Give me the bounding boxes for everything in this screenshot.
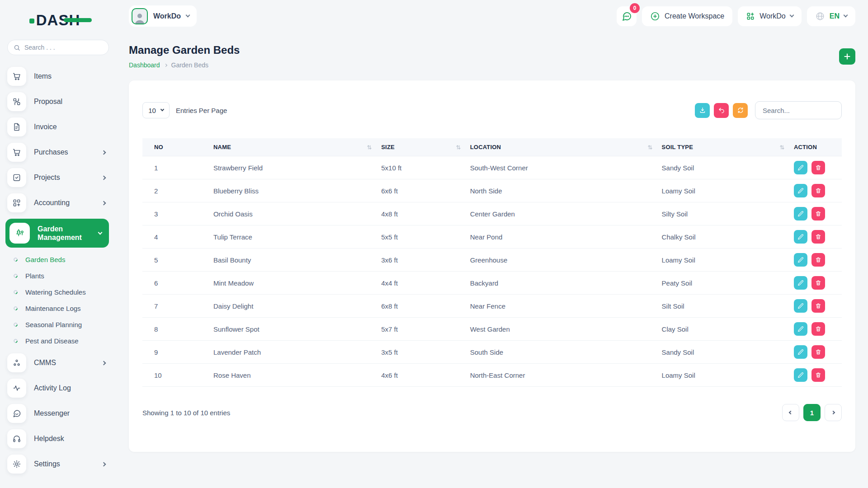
delete-button[interactable]: [811, 207, 825, 221]
refresh-button[interactable]: [733, 103, 748, 118]
sidebar-subitem-pest-and-disease[interactable]: Pest and Disease: [14, 337, 109, 345]
edit-button[interactable]: [794, 276, 807, 290]
sort-icon[interactable]: [647, 145, 653, 150]
sidebar-subitem-garden-beds[interactable]: Garden Beds: [14, 256, 109, 263]
sidebar-subitem-plants[interactable]: Plants: [14, 272, 109, 280]
entries-per-page-select[interactable]: 10: [142, 102, 170, 118]
delete-button[interactable]: [811, 253, 825, 267]
cell-size: 5x10 ft: [377, 156, 465, 179]
trash-icon: [815, 280, 821, 286]
chevron-right-icon: [102, 150, 106, 155]
sidebar-item-messenger[interactable]: Messenger: [7, 404, 109, 423]
edit-button[interactable]: [794, 322, 807, 336]
sidebar-item-proposal[interactable]: Proposal: [7, 92, 109, 111]
sidebar-search[interactable]: [7, 40, 109, 55]
breadcrumb-dashboard-link[interactable]: Dashboard: [129, 61, 160, 69]
cell-location: Center Garden: [466, 202, 657, 225]
workspace-switcher-label: WorkDo: [760, 12, 786, 20]
pencil-icon: [797, 234, 804, 240]
chevron-right-icon: [102, 175, 106, 180]
table-row: 5 Basil Bounty 3x6 ft Greenhouse Loamy S…: [142, 249, 842, 272]
table-search-input[interactable]: [755, 101, 842, 119]
table-row: 9 Lavender Patch 3x5 ft South Side Sandy…: [142, 341, 842, 364]
column-header-no[interactable]: NO: [142, 138, 209, 156]
edit-button[interactable]: [794, 184, 807, 197]
sidebar-item-label: Activity Log: [34, 384, 71, 392]
delete-button[interactable]: [811, 345, 825, 359]
delete-button[interactable]: [811, 230, 825, 244]
cell-no: 2: [142, 179, 209, 202]
sidebar-item-cmms[interactable]: CMMS: [7, 353, 109, 372]
chevron-down-icon: [789, 13, 794, 18]
cell-name: Strawberry Field: [209, 156, 377, 179]
bullet-icon: [13, 257, 19, 263]
column-header-name[interactable]: NAME: [209, 138, 377, 156]
sidebar-search-input[interactable]: [24, 44, 103, 51]
language-selector[interactable]: EN: [807, 6, 855, 26]
edit-button[interactable]: [794, 368, 807, 382]
edit-button[interactable]: [794, 230, 807, 244]
cell-name: Daisy Delight: [209, 295, 377, 318]
sidebar-nav: Items Proposal Invoice Purchases Project…: [7, 67, 109, 474]
table-footer: Showing 1 to 10 of 10 entries 1: [142, 404, 842, 421]
sidebar-subitem-seasonal-planning[interactable]: Seasonal Planning: [14, 321, 109, 328]
cell-size: 5x7 ft: [377, 318, 465, 341]
delete-button[interactable]: [811, 184, 825, 197]
sidebar-subitem-watering-schedules[interactable]: Watering Schedules: [14, 288, 109, 296]
reset-button[interactable]: [714, 103, 729, 118]
column-header-location[interactable]: LOCATION: [466, 138, 657, 156]
edit-button[interactable]: [794, 299, 807, 313]
edit-button[interactable]: [794, 345, 807, 359]
cell-name: Mint Meadow: [209, 272, 377, 295]
sidebar-subitem-label: Plants: [25, 272, 44, 280]
sort-icon[interactable]: [367, 145, 372, 150]
delete-button[interactable]: [811, 276, 825, 290]
column-header-size[interactable]: SIZE: [377, 138, 465, 156]
cell-soil-type: Silt Soil: [657, 295, 789, 318]
sidebar-subitem-maintenance-logs[interactable]: Maintenance Logs: [14, 305, 109, 312]
workspace-selector[interactable]: WorkDo: [129, 5, 197, 27]
sidebar-item-items[interactable]: Items: [7, 67, 109, 86]
delete-button[interactable]: [811, 322, 825, 336]
cell-name: Sunflower Spot: [209, 318, 377, 341]
sidebar-item-settings[interactable]: Settings: [7, 455, 109, 474]
chevron-right-icon: [164, 63, 167, 66]
sidebar-item-activity-log[interactable]: Activity Log: [7, 379, 109, 398]
pagination-page-1-button[interactable]: 1: [803, 404, 821, 421]
sidebar-item-projects[interactable]: Projects: [7, 168, 109, 187]
cell-size: 5x5 ft: [377, 225, 465, 249]
sidebar-item-garden-management[interactable]: Garden Management: [5, 219, 109, 248]
sort-icon[interactable]: [779, 145, 785, 150]
cell-soil-type: Loamy Soil: [657, 364, 789, 387]
create-workspace-button[interactable]: Create Workspace: [642, 6, 732, 26]
messages-button[interactable]: 0: [617, 6, 637, 26]
delete-button[interactable]: [811, 368, 825, 382]
add-garden-bed-button[interactable]: [839, 48, 855, 65]
edit-button[interactable]: [794, 253, 807, 267]
chevron-down-icon: [844, 13, 848, 18]
delete-button[interactable]: [811, 299, 825, 313]
tree-icon: [9, 223, 30, 244]
headset-icon: [7, 429, 26, 448]
workspace-switcher[interactable]: WorkDo: [738, 6, 802, 26]
sidebar-item-invoice[interactable]: Invoice: [7, 117, 109, 136]
globe-icon: [815, 11, 825, 21]
breadcrumb-current: Garden Beds: [171, 61, 209, 69]
cell-soil-type: Clay Soil: [657, 318, 789, 341]
edit-button[interactable]: [794, 161, 807, 174]
sidebar-item-accounting[interactable]: Accounting: [7, 193, 109, 212]
undo-icon: [718, 107, 725, 114]
cart-icon: [7, 67, 26, 86]
sidebar-subitem-label: Seasonal Planning: [25, 321, 82, 328]
pagination-next-button[interactable]: [825, 404, 842, 421]
export-button[interactable]: [695, 103, 710, 118]
edit-button[interactable]: [794, 207, 807, 221]
cell-location: Near Pond: [466, 225, 657, 249]
delete-button[interactable]: [811, 161, 825, 174]
pagination-prev-button[interactable]: [782, 404, 799, 421]
sidebar-item-purchases[interactable]: Purchases: [7, 143, 109, 162]
cell-soil-type: Sandy Soil: [657, 156, 789, 179]
column-header-soil-type[interactable]: SOIL TYPE: [657, 138, 789, 156]
sort-icon[interactable]: [456, 145, 461, 150]
sidebar-item-helpdesk[interactable]: Helpdesk: [7, 429, 109, 448]
